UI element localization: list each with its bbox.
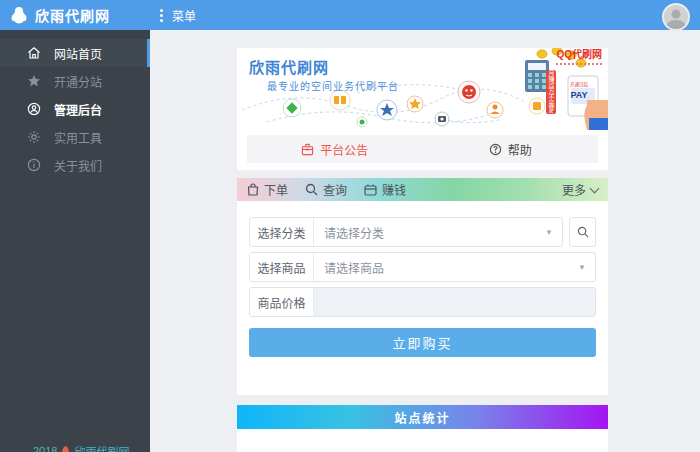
tab-label: 赚钱 [382, 181, 406, 198]
announcement-icon [301, 143, 314, 156]
notice-bar: 平台公告 帮助 [247, 135, 598, 163]
sidebar-item-label: 实用工具 [54, 129, 102, 146]
penguin-logo-icon [10, 6, 28, 24]
banner-phone-text: 开通日结 PAY [564, 80, 594, 100]
brand-logo[interactable]: 欣雨代刷网 [0, 5, 150, 25]
user-avatar[interactable] [662, 3, 690, 31]
more-dropdown[interactable]: 更多 [562, 181, 598, 198]
tab-bar: 下单 查询 赚钱 更多 [237, 178, 608, 201]
home-icon [27, 46, 41, 60]
help-icon [489, 143, 502, 156]
menu-toggle-button[interactable]: 菜单 [160, 7, 196, 24]
sidebar-item-tools[interactable]: 实用工具 [0, 123, 150, 151]
sidebar-item-label: 管理后台 [54, 101, 102, 118]
category-value[interactable]: 请选择分类 [314, 218, 545, 246]
product-label: 选择商品 [250, 253, 314, 281]
category-label: 选择分类 [250, 218, 314, 246]
promo-banner: 欣雨代刷网 最专业的空间业务代刷平台 QQ代刷网 月赚过万不是梦! 开通日结 P… [237, 48, 608, 130]
chevron-down-icon [590, 183, 600, 193]
tab-label: 下单 [264, 181, 288, 198]
pay-label: PAY [564, 90, 594, 100]
product-select[interactable]: 选择商品 请选择商品 ▼ [249, 252, 596, 282]
select-arrow-icon: ▼ [545, 218, 562, 246]
category-row: 选择分类 请选择分类 ▼ [249, 217, 596, 247]
banner-card: 欣雨代刷网 最专业的空间业务代刷平台 QQ代刷网 月赚过万不是梦! 开通日结 P… [237, 48, 608, 170]
price-value [314, 288, 595, 316]
phone-header-text: 开通日结 [566, 80, 593, 86]
category-search-button[interactable] [569, 217, 596, 247]
sidebar-nav: 网站首页 开通分站 管理后台 实用工具 关于我们 [0, 30, 150, 179]
category-select[interactable]: 选择分类 请选择分类 ▼ [249, 217, 563, 247]
sidebar-item-substation[interactable]: 开通分站 [0, 67, 150, 95]
sidebar-item-label: 网站首页 [54, 45, 102, 62]
order-form: 选择分类 请选择分类 ▼ 选择商品 请选择商品 ▼ [237, 201, 608, 357]
main-content: 欣雨代刷网 最专业的空间业务代刷平台 QQ代刷网 月赚过万不是梦! 开通日结 P… [150, 30, 700, 452]
menu-dots-icon [160, 9, 163, 22]
sidebar-item-about[interactable]: 关于我们 [0, 151, 150, 179]
select-arrow-icon: ▼ [578, 253, 595, 281]
announcement-label: 平台公告 [320, 141, 368, 158]
sidebar: 网站首页 开通分站 管理后台 实用工具 关于我们 [0, 30, 150, 452]
star-icon [27, 74, 41, 88]
penguin-footer-icon [61, 446, 70, 452]
more-label: 更多 [562, 181, 586, 198]
sidebar-item-label: 开通分站 [54, 73, 102, 90]
banner-corner-logo: QQ代刷网 [556, 50, 602, 65]
banner-subtitle: 最专业的空间业务代刷平台 [267, 78, 399, 93]
footer-site-name: 欣雨代刷网 [74, 443, 129, 452]
sidebar-footer-copyright: 2018 欣雨代刷网 [33, 443, 129, 452]
site-title: 欣雨代刷网 [35, 5, 110, 25]
product-row: 选择商品 请选择商品 ▼ [249, 252, 596, 282]
tab-label: 查询 [323, 181, 347, 198]
stats-body [237, 429, 608, 452]
footer-year: 2018 [33, 445, 57, 452]
search-icon [305, 183, 318, 196]
person-silhouette-icon [664, 5, 688, 29]
help-button[interactable]: 帮助 [423, 141, 599, 158]
stats-header: 站点统计 [237, 405, 608, 429]
banner-title: 欣雨代刷网 [249, 56, 329, 77]
stats-card: 站点统计 [237, 405, 608, 452]
price-label: 商品价格 [250, 288, 314, 316]
menu-label: 菜单 [172, 7, 196, 24]
product-value[interactable]: 请选择商品 [314, 253, 578, 281]
search-icon [577, 226, 589, 238]
price-row: 商品价格 [249, 287, 596, 317]
price-field: 商品价格 [249, 287, 596, 317]
bag-icon [247, 183, 259, 196]
gear-icon [27, 130, 41, 144]
admin-icon [27, 102, 41, 116]
announcement-button[interactable]: 平台公告 [247, 141, 423, 158]
tab-earn[interactable]: 赚钱 [364, 181, 406, 198]
sidebar-item-home[interactable]: 网站首页 [0, 39, 150, 67]
order-card: 下单 查询 赚钱 更多 选择分类 [237, 178, 608, 395]
info-icon [27, 158, 41, 172]
buy-now-button[interactable]: 立即购买 [249, 328, 596, 357]
tab-query[interactable]: 查询 [305, 181, 347, 198]
banner-ribbon: 月赚过万不是梦! [546, 70, 556, 114]
help-label: 帮助 [508, 141, 532, 158]
wallet-icon [364, 183, 377, 196]
top-header: 欣雨代刷网 菜单 [0, 0, 700, 30]
sidebar-item-label: 关于我们 [54, 157, 102, 174]
tab-order[interactable]: 下单 [247, 181, 288, 198]
sidebar-item-admin[interactable]: 管理后台 [0, 95, 150, 123]
